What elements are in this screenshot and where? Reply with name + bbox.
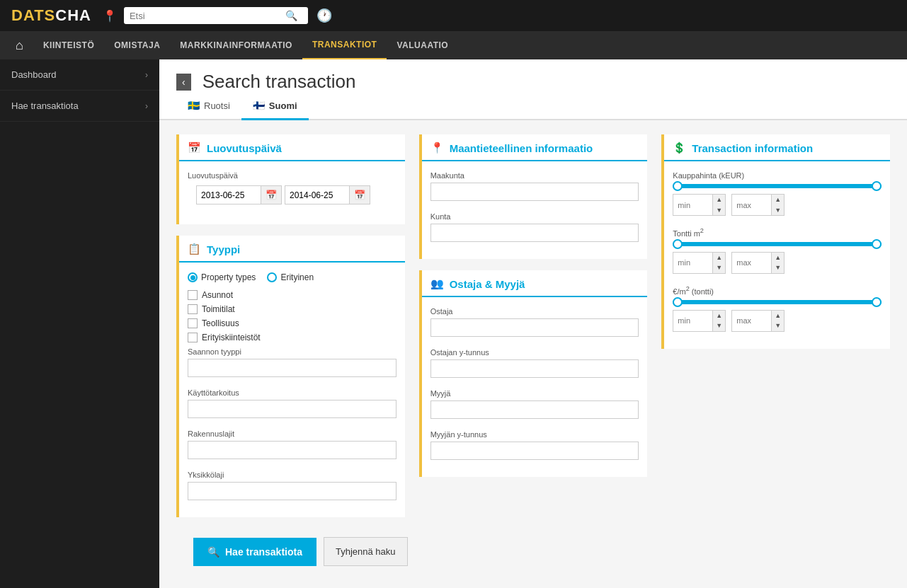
spinner-down-6[interactable]: ▼ — [772, 321, 784, 331]
spinner-up[interactable]: ▲ — [713, 195, 725, 205]
spinner-up-3[interactable]: ▲ — [713, 253, 725, 263]
slider-eur-m2-min-input[interactable] — [673, 313, 712, 328]
yksikkolaji-input[interactable] — [188, 482, 397, 500]
form-area: 📅 Luovutuspäivä Luovutuspäivä 📅 — [159, 120, 907, 588]
slider-tontti: Tontti m2 ▲ ▼ — [664, 224, 890, 282]
top-navbar: DATSCHA 📍 🔍 🕐 — [0, 0, 907, 31]
date-to-cal-button[interactable]: 📅 — [349, 186, 370, 204]
search-button[interactable]: 🔍 — [285, 10, 297, 21]
ostajan-ytunnus-group: Ostajan y-tunnus — [422, 345, 648, 381]
dollar-icon: 💲 — [673, 142, 686, 154]
page-header: ‹ Search transaction — [159, 59, 907, 93]
slider-kauppahinta-min-input[interactable] — [673, 198, 712, 212]
tab-ruotsi[interactable]: 🇸🇪 Ruotsi — [176, 93, 241, 120]
rakennuslajit-input[interactable] — [188, 441, 397, 459]
spinner-down[interactable]: ▼ — [713, 205, 725, 216]
date-range-group: Luovutuspäivä 📅 📅 — [179, 168, 405, 210]
spinner-down-5[interactable]: ▼ — [713, 321, 725, 331]
chevron-right-icon-2: › — [145, 101, 148, 111]
radio-property-types-circle — [188, 272, 198, 282]
slider-tontti-min-input[interactable] — [673, 255, 712, 270]
slider-kauppahinta-right-thumb[interactable] — [872, 181, 882, 191]
checkbox-toimitilat[interactable]: Toimitilat — [179, 302, 405, 316]
clear-button[interactable]: Tyhjennä haku — [324, 537, 408, 566]
myyjan-ytunnus-input[interactable] — [430, 442, 639, 460]
search-btn-icon: 🔍 — [207, 546, 219, 558]
date-from-cal-button[interactable]: 📅 — [261, 186, 281, 204]
saannon-tyyppi-input[interactable] — [188, 359, 397, 377]
search-bar: 🔍 — [124, 7, 308, 24]
page-title: Search transaction — [202, 71, 356, 93]
slider-tontti-max-wrap: ▲ ▼ — [731, 252, 785, 274]
sidebar-item-dashboard[interactable]: Dashboard › — [0, 59, 159, 91]
section-geo-header: 📍 Maantieteellinen informaatio — [422, 134, 648, 161]
slider-eur-m2-right-thumb[interactable] — [872, 297, 882, 307]
date-to-input[interactable] — [285, 187, 349, 204]
location-icon[interactable]: 📍 — [103, 9, 117, 23]
slider-kauppahinta-max-input[interactable] — [732, 198, 771, 212]
search-button-main[interactable]: 🔍 Hae transaktiota — [193, 538, 316, 566]
ostajan-ytunnus-input[interactable] — [430, 359, 639, 378]
nav-omistaja[interactable]: OMISTAJA — [104, 31, 170, 59]
section-transaction-title: Transaction information — [692, 142, 813, 154]
checkbox-asunnot[interactable]: Asunnot — [179, 288, 405, 302]
spinner-down-3[interactable]: ▼ — [713, 263, 725, 273]
nav-kiinteisto[interactable]: KIINTEISTÖ — [33, 31, 104, 59]
checkbox-asunnot-label: Asunnot — [202, 290, 233, 300]
slider-tontti-max-input[interactable] — [732, 255, 771, 270]
checkbox-teollisuus[interactable]: Teollisuus — [179, 316, 405, 330]
slider-tontti-right-thumb[interactable] — [872, 239, 882, 249]
secondary-navbar: ⌂ KIINTEISTÖ OMISTAJA MARKKINAINFORMAATI… — [0, 31, 907, 59]
spinner-up-5[interactable]: ▲ — [713, 311, 725, 321]
slider-eur-m2-left-thumb[interactable] — [673, 297, 683, 307]
spinner-down-2[interactable]: ▼ — [772, 205, 784, 216]
slider-tontti-track[interactable] — [673, 242, 882, 246]
myyja-input[interactable] — [430, 400, 639, 419]
nav-valuaatio[interactable]: VALUAATIO — [387, 31, 458, 59]
checkbox-toimitilat-label: Toimitilat — [202, 304, 235, 314]
spinner-up-6[interactable]: ▲ — [772, 311, 784, 321]
ostaja-label: Ostaja — [430, 307, 639, 316]
date-range: 📅 📅 — [188, 183, 397, 207]
kunta-input[interactable] — [430, 224, 639, 242]
sidebar-item-hae-transaktiota[interactable]: Hae transaktiota › — [0, 91, 159, 122]
nav-markkinainformaatio[interactable]: MARKKINAINFORMAATIO — [170, 31, 302, 59]
home-icon[interactable]: ⌂ — [6, 38, 33, 53]
date-from-input[interactable] — [197, 187, 261, 204]
slider-eur-m2-max-input[interactable] — [732, 313, 771, 328]
radio-property-types[interactable]: Property types — [188, 272, 256, 282]
nav-transaktiot[interactable]: TRANSAKTIOT — [302, 31, 387, 59]
ostaja-input[interactable] — [430, 318, 639, 337]
slider-tontti-left-thumb[interactable] — [673, 239, 683, 249]
spinner-up-2[interactable]: ▲ — [772, 195, 784, 205]
section-date: 📅 Luovutuspäivä Luovutuspäivä 📅 — [176, 134, 405, 224]
spinner-up-4[interactable]: ▲ — [772, 253, 784, 263]
clock-icon[interactable]: 🕐 — [316, 8, 332, 23]
kayttotarkoitus-input[interactable] — [188, 400, 397, 418]
page-back-button[interactable]: ‹ — [176, 74, 191, 91]
section-type: 📋 Tyyppi Property types Erityinen — [176, 236, 405, 517]
slider-kauppahinta-left-thumb[interactable] — [673, 181, 683, 191]
checkbox-erityiskiinteistot[interactable]: Erityiskiinteistöt — [179, 330, 405, 345]
radio-erityinen[interactable]: Erityinen — [267, 272, 314, 282]
action-row: 🔍 Hae transaktiota Tyhjennä haku — [176, 529, 890, 575]
maakunta-input[interactable] — [430, 183, 639, 201]
checkbox-asunnot-box — [188, 290, 198, 300]
main-content: ‹ Search transaction 🇸🇪 Ruotsi 🇫🇮 Suomi — [159, 59, 907, 588]
search-btn-label: Hae transaktiota — [225, 546, 302, 558]
slider-eur-m2-track[interactable] — [673, 300, 882, 304]
search-input[interactable] — [130, 11, 285, 21]
saannon-tyyppi-label: Saannon tyyppi — [188, 347, 397, 356]
slider-kauppahinta-min-wrap: ▲ ▼ — [673, 194, 726, 216]
logo-part1: DATS — [11, 6, 55, 24]
form-col-2: 📍 Maantieteellinen informaatio Maakunta … — [419, 134, 648, 488]
slider-kauppahinta-track[interactable] — [673, 184, 882, 188]
chevron-right-icon: › — [145, 70, 148, 80]
radio-erityinen-circle — [267, 272, 277, 282]
tab-suomi[interactable]: 🇫🇮 Suomi — [241, 93, 309, 120]
tabs-bar: 🇸🇪 Ruotsi 🇫🇮 Suomi — [159, 93, 907, 120]
section-buyers-title: Ostaja & Myyjä — [450, 278, 525, 290]
spinner-down-4[interactable]: ▼ — [772, 263, 784, 273]
main-layout: Dashboard › Hae transaktiota › ‹ Search … — [0, 59, 907, 588]
flag-fi: 🇫🇮 — [253, 100, 265, 111]
